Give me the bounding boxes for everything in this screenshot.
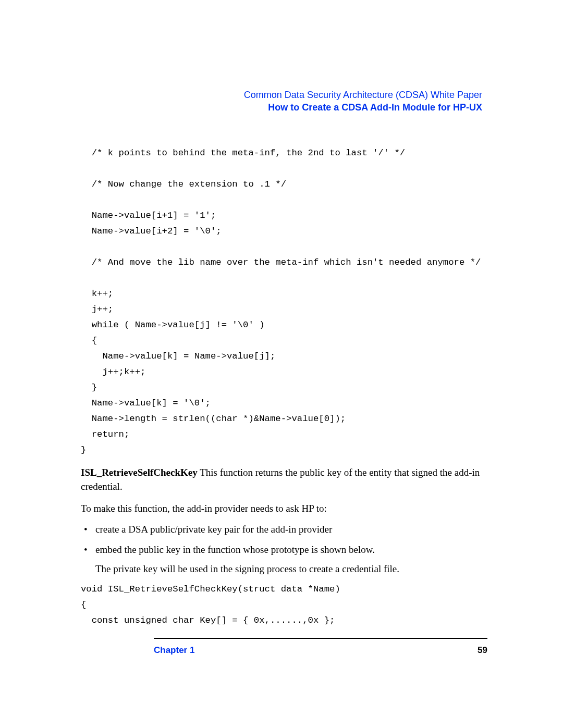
- bullet-subnote: The private key will be used in the sign…: [95, 562, 482, 576]
- footer-page-number: 59: [478, 645, 487, 656]
- bullet-item-1: create a DSA public/private key pair for…: [81, 522, 482, 537]
- footer-divider: [154, 638, 487, 639]
- header-subtitle: How to Create a CDSA Add-In Module for H…: [81, 101, 482, 114]
- document-page: Common Data Security Architecture (CDSA)…: [0, 0, 563, 728]
- function-description-paragraph: ISL_RetrieveSelfCheckKey This function r…: [81, 465, 482, 494]
- function-name-heading: ISL_RetrieveSelfCheckKey: [81, 467, 198, 478]
- page-header: Common Data Security Architecture (CDSA)…: [81, 89, 482, 114]
- page-footer: Chapter 1 59: [154, 645, 487, 656]
- lead-text: To make this function, the add-in provid…: [81, 501, 482, 516]
- bullet-list: create a DSA public/private key pair for…: [81, 522, 482, 558]
- header-title: Common Data Security Architecture (CDSA)…: [81, 89, 482, 101]
- code-listing-1: /* k points to behind the meta-inf, the …: [81, 145, 482, 458]
- code-listing-2: void ISL_RetrieveSelfCheckKey(struct dat…: [81, 582, 482, 628]
- bullet-item-2: embed the public key in the function who…: [81, 542, 482, 558]
- footer-chapter-label: Chapter 1: [154, 645, 194, 656]
